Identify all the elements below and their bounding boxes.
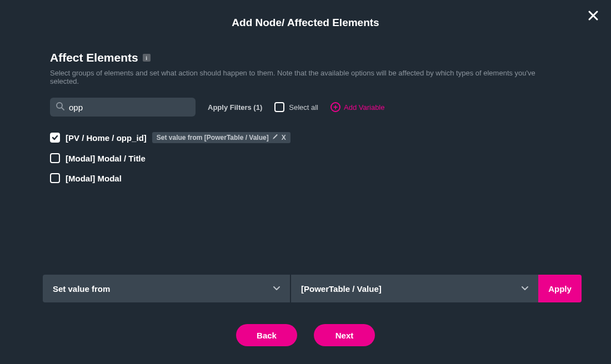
search-wrapper (50, 98, 196, 117)
element-row: [Modal] Modal (50, 173, 561, 183)
element-checkbox[interactable] (50, 153, 60, 163)
element-checkbox[interactable] (50, 133, 60, 143)
plus-circle-icon: + (330, 102, 340, 112)
apply-filters-link[interactable]: Apply Filters (1) (208, 103, 262, 112)
chevron-down-icon (522, 285, 528, 292)
value-select-label: [PowerTable / Value] (301, 284, 382, 294)
apply-button[interactable]: Apply (538, 275, 582, 302)
chevron-down-icon (273, 285, 280, 292)
back-button[interactable]: Back (236, 324, 297, 346)
chip-text: Set value from [PowerTable / Value] (157, 134, 269, 141)
action-select[interactable]: Set value from (43, 275, 290, 302)
element-checkbox[interactable] (50, 173, 60, 183)
modal-title: Add Node/ Affected Elements (0, 17, 611, 29)
info-icon[interactable]: i (143, 54, 151, 62)
chip-remove-icon[interactable]: X (282, 134, 286, 141)
action-bar: Set value from [PowerTable / Value] Appl… (43, 275, 582, 302)
element-label: [PV / Home / opp_id] (66, 133, 147, 143)
select-all-wrapper: Select all (274, 102, 318, 112)
pencil-icon[interactable] (272, 134, 278, 141)
section-description: Select groups of elements and set what a… (50, 69, 561, 85)
modal-content: Affect Elements i Select groups of eleme… (0, 51, 611, 183)
next-button[interactable]: Next (314, 324, 375, 346)
element-list: [PV / Home / opp_id] Set value from [Pow… (50, 132, 561, 183)
modal-dialog: Add Node/ Affected Elements Affect Eleme… (0, 0, 611, 364)
element-action-chip: Set value from [PowerTable / Value] X (152, 132, 291, 143)
select-all-checkbox[interactable] (274, 102, 284, 112)
close-icon (588, 10, 599, 21)
add-variable-button[interactable]: + Add Variable (330, 102, 384, 112)
element-row: [Modal] Modal / Title (50, 153, 561, 163)
select-all-label: Select all (289, 103, 318, 112)
footer-buttons: Back Next (0, 324, 611, 346)
element-label: [Modal] Modal (66, 174, 122, 183)
filter-row: Apply Filters (1) Select all + Add Varia… (50, 98, 561, 117)
add-variable-label: Add Variable (344, 103, 384, 112)
value-select[interactable]: [PowerTable / Value] (291, 275, 538, 302)
search-input[interactable] (50, 98, 196, 117)
element-row: [PV / Home / opp_id] Set value from [Pow… (50, 132, 561, 143)
action-select-label: Set value from (53, 284, 110, 294)
element-label: [Modal] Modal / Title (66, 154, 146, 163)
close-button[interactable] (588, 10, 599, 23)
section-title: Affect Elements (50, 51, 138, 64)
section-header: Affect Elements i (50, 51, 561, 64)
apply-button-label: Apply (548, 284, 572, 294)
